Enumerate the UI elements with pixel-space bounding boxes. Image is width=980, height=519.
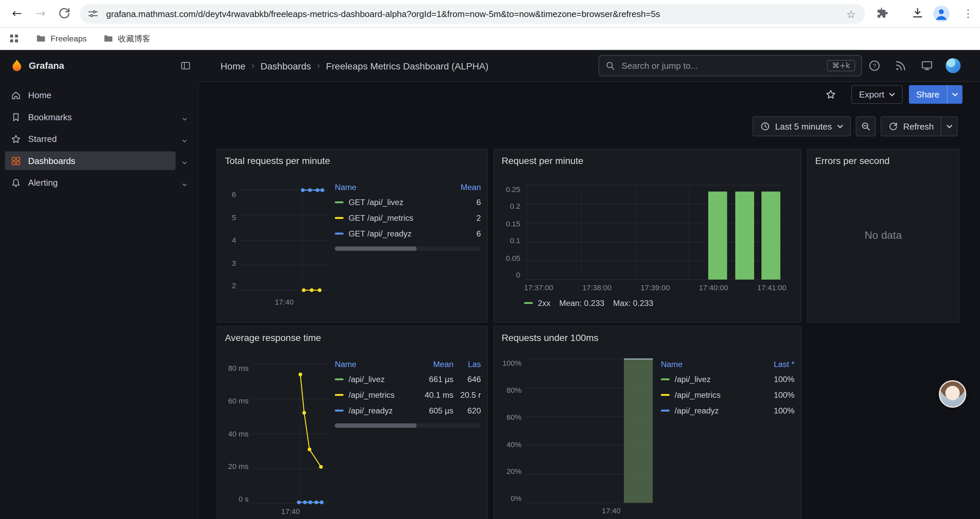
panel-title[interactable]: Requests under 100ms bbox=[494, 326, 800, 343]
legend-col-name[interactable]: Name bbox=[335, 182, 453, 192]
chart-area[interactable]: 100% 80% 60% 40% 20% 0% 17:40 bbox=[502, 351, 654, 519]
legend-col-last[interactable]: Las bbox=[453, 359, 481, 369]
y-tick: 0.1 bbox=[510, 236, 520, 245]
export-button[interactable]: Export bbox=[851, 85, 903, 104]
breadcrumb-dashboards[interactable]: Dashboards bbox=[261, 61, 311, 71]
series-color-icon bbox=[661, 394, 670, 396]
legend-scrollbar[interactable] bbox=[335, 423, 481, 428]
request-per-minute-chart[interactable] bbox=[524, 185, 786, 279]
refresh-interval-dropdown[interactable] bbox=[941, 116, 958, 136]
scrollbar-thumb[interactable] bbox=[335, 423, 417, 428]
apps-grid-icon[interactable] bbox=[9, 33, 19, 44]
legend-row[interactable]: 2xx Mean: 0.233 Max: 0.233 bbox=[524, 298, 795, 308]
extensions-icon[interactable] bbox=[876, 6, 889, 20]
no-data-text: No data bbox=[808, 150, 959, 322]
sidebar-item-dashboards[interactable]: Dashboards bbox=[5, 151, 193, 170]
series-name: /api/_readyz bbox=[348, 406, 393, 415]
panel-title[interactable]: Request per minute bbox=[494, 150, 800, 166]
refresh-button[interactable]: Refresh bbox=[881, 116, 941, 136]
legend-col-name[interactable]: Name bbox=[335, 359, 415, 369]
time-range-picker[interactable]: Last 5 minutes bbox=[752, 116, 851, 136]
legend-row[interactable]: GET /api/_livez 6 bbox=[335, 194, 481, 210]
legend-scrollbar[interactable] bbox=[335, 246, 481, 251]
panel-title[interactable]: Average response time bbox=[218, 326, 487, 343]
share-button[interactable]: Share bbox=[908, 85, 947, 104]
sidebar-item-alerting[interactable]: Alerting bbox=[5, 173, 193, 192]
series-color-icon bbox=[335, 394, 344, 396]
browser-menu-icon[interactable]: ⋮ bbox=[960, 5, 976, 21]
chart-area[interactable]: 0.25 0.2 0.15 0.1 0.05 0 bbox=[502, 185, 795, 279]
sidebar-item-starred[interactable]: Starred bbox=[5, 129, 193, 148]
grafana-logo[interactable] bbox=[10, 59, 24, 72]
chevron-down-icon bbox=[837, 124, 843, 129]
help-icon[interactable]: ? bbox=[868, 59, 881, 72]
bookmark-icon bbox=[11, 112, 21, 122]
zoom-out-button[interactable] bbox=[856, 116, 876, 136]
download-icon[interactable] bbox=[911, 6, 924, 20]
news-rss-icon[interactable] bbox=[895, 59, 907, 72]
monitor-icon[interactable] bbox=[921, 59, 933, 72]
address-bar[interactable]: ☆ bbox=[80, 4, 865, 24]
bookmark-folder-freeleaps[interactable]: Freeleaps bbox=[36, 33, 87, 44]
series-mean: 661 µs bbox=[415, 375, 453, 384]
forward-button[interactable]: → bbox=[32, 5, 49, 21]
legend-col-mean[interactable]: Mean bbox=[453, 182, 481, 192]
share-dropdown-button[interactable] bbox=[947, 85, 963, 104]
legend-row[interactable]: /api/_readyz 100% bbox=[661, 403, 795, 418]
sidebar-item-bookmarks[interactable]: Bookmarks bbox=[5, 107, 193, 126]
series-color-icon bbox=[524, 302, 533, 304]
bookmark-star-icon[interactable]: ☆ bbox=[846, 8, 858, 19]
series-last: 100% bbox=[756, 375, 795, 384]
bookmarks-bar: Freeleaps 收藏博客 bbox=[0, 27, 980, 50]
under-100ms-chart[interactable] bbox=[525, 359, 654, 503]
user-avatar[interactable] bbox=[946, 58, 961, 73]
url-input[interactable] bbox=[105, 8, 840, 19]
chart-area[interactable]: 80 ms 60 ms 40 ms 20 ms 0 s 17:40 bbox=[225, 351, 335, 519]
chevron-down-icon[interactable] bbox=[181, 136, 188, 143]
total-requests-chart[interactable] bbox=[240, 190, 329, 290]
legend-row[interactable]: /api/_livez 661 µs 646 bbox=[335, 371, 481, 387]
chart-area[interactable]: 6 5 4 3 2 17:40 bbox=[225, 174, 335, 317]
series-name: 2xx bbox=[538, 298, 550, 308]
panel-title[interactable]: Total requests per minute bbox=[218, 150, 487, 166]
avg-response-time-chart[interactable] bbox=[253, 364, 329, 504]
sidebar-item-home[interactable]: Home bbox=[5, 86, 193, 105]
chevron-down-icon bbox=[946, 124, 952, 129]
legend-col-last[interactable]: Last * bbox=[756, 359, 795, 369]
breadcrumb-home[interactable]: Home bbox=[221, 61, 245, 71]
folder-icon bbox=[36, 33, 46, 44]
site-settings-tune-icon[interactable] bbox=[88, 8, 99, 19]
series-name: /api/_readyz bbox=[675, 406, 719, 415]
reload-button[interactable] bbox=[57, 6, 71, 20]
y-tick: 2 bbox=[232, 281, 236, 290]
legend-row[interactable]: /api/_readyz 605 µs 620 bbox=[335, 403, 481, 418]
bookmark-folder-blog[interactable]: 收藏博客 bbox=[103, 33, 150, 44]
svg-text:?: ? bbox=[873, 62, 876, 69]
legend-col-mean[interactable]: Mean bbox=[415, 359, 453, 369]
legend-row[interactable]: /api/_livez 100% bbox=[661, 371, 795, 387]
chevron-down-icon[interactable] bbox=[181, 158, 188, 164]
chevron-down-icon[interactable] bbox=[181, 114, 188, 121]
search-input[interactable] bbox=[620, 60, 822, 72]
y-tick: 20 ms bbox=[228, 462, 248, 471]
legend-col-name[interactable]: Name bbox=[661, 359, 756, 369]
legend-row[interactable]: /api/_metrics 100% bbox=[661, 387, 795, 403]
search-box[interactable]: ⌘+k bbox=[598, 55, 862, 77]
legend-table: Name Last * /api/_livez 100% /api/_metri… bbox=[661, 351, 795, 519]
back-button[interactable]: ← bbox=[9, 5, 25, 21]
floating-chat-avatar[interactable] bbox=[939, 380, 966, 408]
scrollbar-thumb[interactable] bbox=[335, 246, 417, 251]
time-range-label: Last 5 minutes bbox=[775, 121, 832, 131]
browser-profile-avatar[interactable] bbox=[933, 6, 950, 22]
favorite-star-icon[interactable] bbox=[825, 89, 837, 100]
series-color-icon bbox=[335, 233, 344, 235]
chevron-down-icon[interactable] bbox=[181, 179, 188, 186]
legend-row[interactable]: GET /api/_metrics 2 bbox=[335, 210, 481, 226]
series-name: GET /api/_metrics bbox=[348, 213, 413, 223]
series-name: /api/_metrics bbox=[675, 390, 721, 400]
legend-row[interactable]: /api/_metrics 40.1 ms 20.5 r bbox=[335, 387, 481, 403]
legend-row[interactable]: GET /api/_readyz 6 bbox=[335, 226, 481, 241]
dock-sidebar-icon[interactable] bbox=[180, 60, 191, 72]
y-axis: 0.25 0.2 0.15 0.1 0.05 0 bbox=[502, 185, 520, 279]
panel-avg-response-time: Average response time 80 ms 60 ms 40 ms … bbox=[217, 326, 488, 519]
